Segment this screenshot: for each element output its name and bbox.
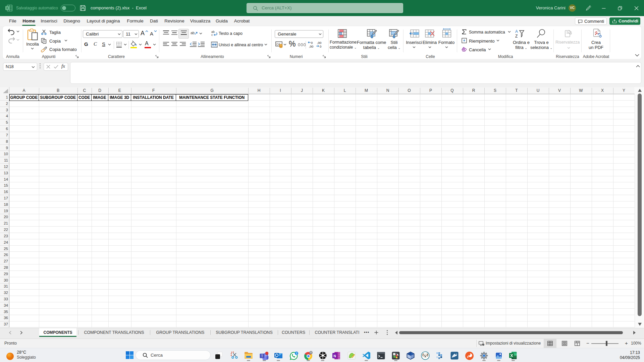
svg-text:X: X	[6, 6, 8, 10]
svg-text:ab: ab	[191, 31, 195, 35]
svg-text:0: 0	[311, 41, 313, 45]
svg-text:N: N	[333, 354, 336, 358]
svg-text:2: 2	[296, 352, 297, 355]
svg-text:,00: ,00	[309, 45, 313, 48]
svg-text:T: T	[261, 354, 263, 358]
svg-text:Z: Z	[515, 34, 518, 38]
svg-text:c: c	[211, 33, 213, 37]
svg-text:0: 0	[320, 45, 321, 48]
svg-text:,00: ,00	[317, 41, 321, 45]
svg-text:A: A	[515, 29, 518, 34]
